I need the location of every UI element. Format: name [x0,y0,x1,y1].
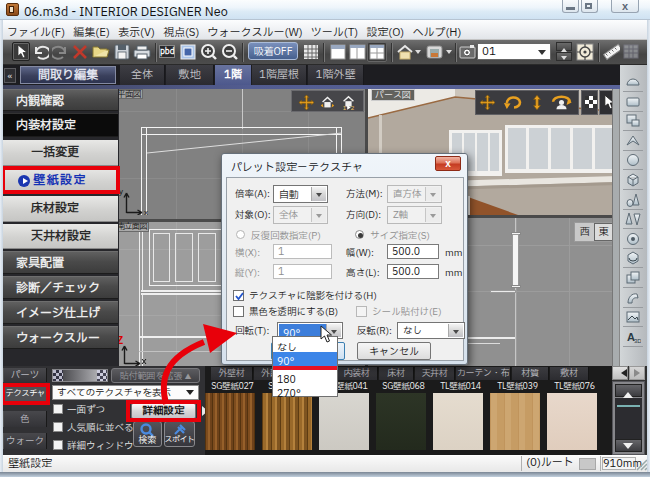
svg-text:x: x [144,208,148,215]
svg-text:3D: 3D [634,338,641,344]
svg-text:2: 2 [351,104,355,111]
svg-text:1: 1 [343,104,347,111]
